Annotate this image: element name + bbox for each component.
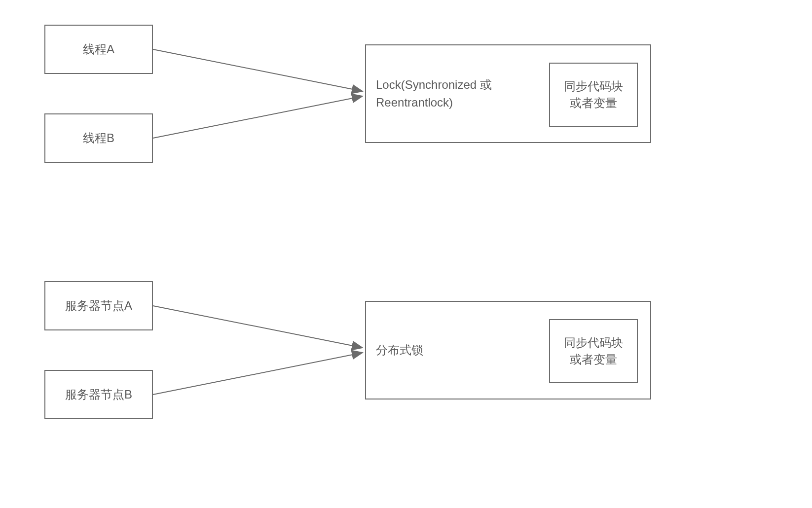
server-node-a-box: 服务器节点A <box>44 281 153 330</box>
arrow-node-a <box>153 306 363 348</box>
arrow-thread-b <box>153 96 363 138</box>
server-node-b-box: 服务器节点B <box>44 370 153 419</box>
sync-block-box-1: 同步代码块 或者变量 <box>549 63 638 127</box>
sync-block-line1-2: 同步代码块 <box>564 334 623 351</box>
server-node-b-label: 服务器节点B <box>65 387 132 402</box>
dist-lock-box: 分布式锁 同步代码块 或者变量 <box>365 301 651 399</box>
thread-a-box: 线程A <box>44 25 153 74</box>
server-node-a-label: 服务器节点A <box>65 298 132 314</box>
sync-block-line2-2: 或者变量 <box>570 351 617 368</box>
lock-box: Lock(Synchronized 或Reentrantlock) 同步代码块 … <box>365 44 651 143</box>
dist-lock-label: 分布式锁 <box>376 341 423 359</box>
lock-label: Lock(Synchronized 或Reentrantlock) <box>376 76 514 111</box>
arrow-node-b <box>153 353 363 395</box>
arrow-thread-a <box>153 49 363 91</box>
thread-b-label: 线程B <box>83 130 114 146</box>
thread-b-box: 线程B <box>44 113 153 163</box>
sync-block-box-2: 同步代码块 或者变量 <box>549 319 638 383</box>
sync-block-line1: 同步代码块 <box>564 78 623 95</box>
sync-block-line2: 或者变量 <box>570 95 617 111</box>
diagram-container: 线程A 线程B Lock(Synchronized 或Reentrantlock… <box>0 0 812 508</box>
thread-a-label: 线程A <box>83 41 114 57</box>
